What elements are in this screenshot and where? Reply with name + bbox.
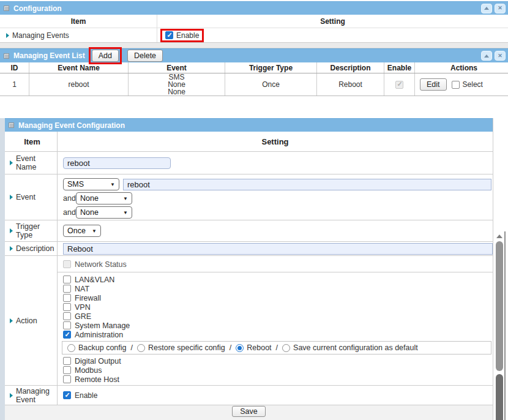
column-header-enable: Enable <box>384 62 415 73</box>
collapse-button[interactable] <box>481 51 492 61</box>
panel-square-icon <box>4 53 9 59</box>
highlight-box-enable: Enable <box>160 29 204 42</box>
lan-vlan-label: LAN&VLAN <box>75 276 114 284</box>
managing-event-list-title: Managing Event List <box>13 51 85 60</box>
scrollbar <box>495 231 504 420</box>
backup-config-radio[interactable] <box>67 344 75 352</box>
chevron-down-icon: ▼ <box>123 196 128 201</box>
managing-events-page: Configuration ✕ Item Setting Managing Ev… <box>0 0 508 420</box>
managing-events-label: Managing Events <box>12 31 69 40</box>
trigger-type-row: Trigger Type Once ▼ <box>5 220 493 242</box>
trigger-type-label: Trigger Type <box>16 222 56 239</box>
column-header-actions: Actions <box>415 62 508 73</box>
scroll-up-button[interactable] <box>495 231 504 241</box>
edit-button[interactable]: Edit <box>420 78 447 91</box>
remote-host-checkbox[interactable] <box>63 375 71 383</box>
managing-event-configuration-panel: Managing Event Configuration Item Settin… <box>5 118 493 420</box>
managing-event-list-panel: Managing Event List Add Delete ✕ ID Even… <box>0 48 508 96</box>
config-table-header: Item Setting <box>5 132 493 152</box>
system-manage-label: System Manage <box>75 321 130 330</box>
modbus-label: Modbus <box>75 366 102 375</box>
event-type-select[interactable]: SMS ▼ <box>63 178 119 190</box>
vpn-checkbox[interactable] <box>63 303 71 311</box>
system-manage-checkbox[interactable] <box>63 321 71 329</box>
nat-checkbox[interactable] <box>63 285 71 293</box>
save-button[interactable]: Save <box>232 406 266 417</box>
event-and2-select[interactable]: None ▼ <box>76 206 132 219</box>
gre-label: GRE <box>75 312 91 321</box>
description-label: Description <box>16 244 54 253</box>
bullet-arrow-icon <box>10 195 13 200</box>
add-button[interactable]: Add <box>92 50 119 62</box>
cell-id: 1 <box>0 73 29 96</box>
close-button[interactable]: ✕ <box>495 51 506 61</box>
managing-events-row: Managing Events Enable <box>0 28 508 43</box>
cell-event-name: reboot <box>29 73 129 96</box>
panel-square-icon <box>4 6 9 11</box>
enable-label: Enable <box>75 391 97 400</box>
scrollbar-thumb[interactable] <box>496 241 503 371</box>
event-name-input[interactable] <box>63 157 171 169</box>
managing-event-enable-checkbox[interactable] <box>63 391 71 399</box>
administration-checkbox[interactable] <box>63 331 71 339</box>
spacer <box>0 96 508 118</box>
column-header-event: Event <box>129 62 225 73</box>
collapse-up-icon <box>484 7 489 10</box>
delete-button[interactable]: Delete <box>127 50 163 62</box>
bullet-arrow-icon <box>10 318 13 323</box>
event-list-table-header: ID Event Name Event Trigger Type Descrip… <box>0 62 508 73</box>
column-header-setting: Setting <box>58 132 493 151</box>
event-label: Event <box>16 193 35 201</box>
lan-vlan-checkbox[interactable] <box>63 276 71 283</box>
managing-events-enable-checkbox[interactable] <box>165 31 173 39</box>
modbus-checkbox[interactable] <box>63 366 71 374</box>
and-label: and <box>63 208 76 217</box>
action-row: Action Network Status LAN&VLAN NAT Firew… <box>5 256 493 386</box>
reboot-radio[interactable] <box>236 344 244 352</box>
cell-event: SMS None None <box>129 73 225 96</box>
nat-label: NAT <box>75 285 89 293</box>
scroll-up-icon <box>496 234 502 238</box>
managing-event-configuration-title: Managing Event Configuration <box>18 121 125 130</box>
event-type-value: SMS <box>67 180 84 189</box>
trigger-type-value: Once <box>67 227 86 235</box>
save-default-radio[interactable] <box>282 344 290 352</box>
event-name-label: Event Name <box>16 154 56 171</box>
trigger-type-select[interactable]: Once ▼ <box>63 225 101 237</box>
managing-event-configuration-header: Managing Event Configuration <box>5 118 493 132</box>
collapse-button[interactable] <box>481 4 492 13</box>
event-and1-select[interactable]: None ▼ <box>76 192 132 204</box>
configuration-panel: Configuration ✕ Item Setting Managing Ev… <box>0 1 508 48</box>
chevron-down-icon: ▼ <box>110 182 115 187</box>
network-status-checkbox <box>63 260 71 268</box>
separator: / <box>130 343 134 352</box>
restore-specific-config-radio[interactable] <box>137 344 145 352</box>
save-default-label: Save current configuration as default <box>293 343 418 352</box>
collapse-up-icon <box>484 54 489 58</box>
event-line-3: None <box>168 88 185 96</box>
description-input[interactable] <box>63 243 493 255</box>
firewall-checkbox[interactable] <box>63 294 71 302</box>
administration-label: Administration <box>75 331 123 339</box>
chevron-down-icon: ▼ <box>92 228 97 234</box>
backup-config-label: Backup config <box>78 343 127 352</box>
column-header-item: Item <box>0 15 157 28</box>
configuration-table-header: Item Setting <box>0 15 508 28</box>
enable-label: Enable <box>176 31 199 40</box>
scrollbar-track[interactable] <box>496 374 503 420</box>
row-select-checkbox[interactable] <box>452 81 460 89</box>
save-footer: Save <box>5 405 493 420</box>
action-label: Action <box>16 317 37 325</box>
separator: / <box>275 343 279 352</box>
managing-event-label: Managing Event <box>16 387 56 404</box>
administration-options-box: Backup config / Restore specific config … <box>62 341 491 354</box>
close-button[interactable]: ✕ <box>495 4 506 13</box>
column-header-item: Item <box>5 132 58 151</box>
chevron-down-icon: ▼ <box>123 210 128 216</box>
select-label: Select <box>463 80 483 89</box>
event-value-input[interactable] <box>123 179 491 190</box>
digital-output-checkbox[interactable] <box>63 357 71 365</box>
gre-checkbox[interactable] <box>63 312 71 320</box>
event-name-row: Event Name <box>5 152 493 174</box>
divider <box>58 272 493 272</box>
